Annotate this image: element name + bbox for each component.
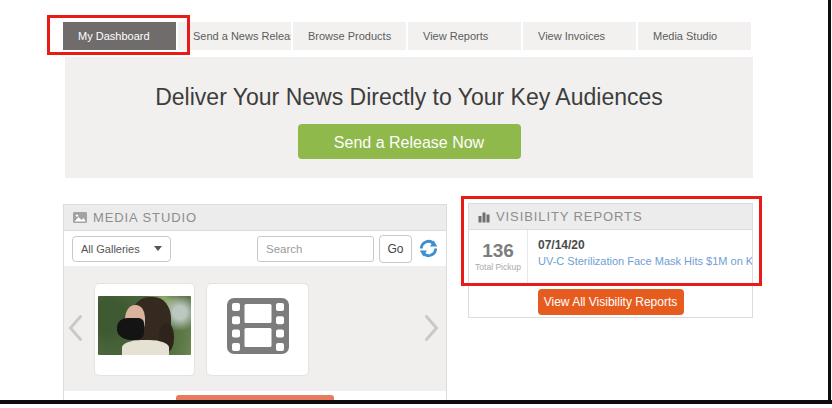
screenshot-border-right — [828, 0, 831, 404]
tab-browse-products[interactable]: Browse Products — [293, 22, 406, 50]
view-all-visibility-reports-button[interactable]: View All Visibility Reports — [538, 289, 684, 315]
media-studio-toolbar: All Galleries Go — [64, 231, 446, 266]
hero-banner: Deliver Your News Directly to Your Key A… — [65, 57, 753, 178]
media-studio-title: MEDIA STUDIO — [93, 210, 197, 225]
tab-send-news-release[interactable]: Send a News Release — [178, 22, 291, 50]
tab-view-invoices[interactable]: View Invoices — [523, 22, 636, 50]
image-icon — [73, 212, 87, 223]
total-pickup-value: 136 — [482, 241, 514, 261]
search-go-button[interactable]: Go — [379, 235, 412, 263]
media-studio-panel: MEDIA STUDIO All Galleries Go — [63, 204, 447, 401]
screenshot-border-bottom — [0, 400, 832, 404]
visibility-reports-panel: VISIBILITY REPORTS 136 Total Pickup 07/1… — [468, 203, 753, 318]
visibility-reports-title: VISIBILITY REPORTS — [496, 209, 643, 224]
send-release-now-button[interactable]: Send a Release Now — [298, 124, 521, 159]
dashboard-page: My Dashboard Send a News Release Browse … — [0, 0, 832, 408]
face-mask-photo-thumbnail — [98, 296, 191, 355]
media-item-video-card[interactable] — [206, 283, 309, 376]
report-detail: 07/14/20 UV-C Sterilization Face Mask Hi… — [528, 230, 752, 283]
report-headline-link[interactable]: UV-C Sterilization Face Mask Hits $1M on… — [538, 255, 742, 267]
total-pickup-metric: 136 Total Pickup — [469, 230, 528, 283]
media-studio-header: MEDIA STUDIO — [64, 205, 446, 231]
visibility-reports-header: VISIBILITY REPORTS — [469, 204, 752, 230]
refresh-icon[interactable] — [419, 239, 438, 258]
bar-chart-icon — [478, 211, 490, 223]
gallery-filter-value: All Galleries — [81, 243, 140, 255]
media-item-image-card[interactable] — [94, 283, 195, 376]
media-search-input[interactable] — [257, 236, 374, 262]
film-icon — [227, 298, 289, 354]
visibility-button-row: View All Visibility Reports — [469, 284, 752, 315]
tab-view-reports[interactable]: View Reports — [408, 22, 521, 50]
report-date: 07/14/20 — [538, 238, 742, 252]
total-pickup-label: Total Pickup — [475, 262, 521, 272]
carousel-next-button[interactable] — [424, 314, 439, 346]
hero-headline: Deliver Your News Directly to Your Key A… — [65, 57, 753, 111]
carousel-prev-button[interactable] — [68, 314, 83, 346]
chevron-down-icon — [154, 246, 162, 251]
media-carousel — [64, 266, 446, 391]
visibility-report-row: 136 Total Pickup 07/14/20 UV-C Steriliza… — [469, 230, 752, 284]
tab-media-studio[interactable]: Media Studio — [638, 22, 751, 50]
tab-my-dashboard[interactable]: My Dashboard — [63, 22, 176, 50]
main-nav: My Dashboard Send a News Release Browse … — [63, 22, 753, 50]
gallery-filter-select[interactable]: All Galleries — [72, 236, 171, 262]
